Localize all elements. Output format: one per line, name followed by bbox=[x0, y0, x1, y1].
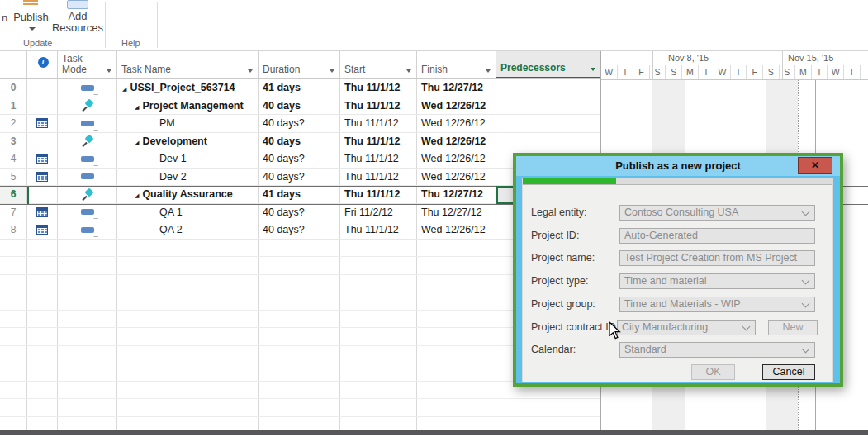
task-mode-cell[interactable] bbox=[58, 79, 117, 97]
start-cell[interactable]: Thu 11/1/12 bbox=[340, 169, 417, 186]
close-button[interactable]: ✕ bbox=[798, 157, 832, 174]
row-number[interactable]: 4 bbox=[0, 150, 27, 168]
table-row[interactable]: 2 PM 40 days? Thu 11/1/12 Wed 12/26/12 bbox=[0, 115, 600, 133]
row-number[interactable]: 1 bbox=[0, 97, 27, 115]
info-column-header[interactable] bbox=[27, 51, 58, 78]
start-cell[interactable]: Thu 11/1/12 bbox=[340, 79, 417, 97]
duration-cell[interactable]: 40 days bbox=[259, 97, 340, 115]
empty-table-row[interactable] bbox=[0, 399, 600, 417]
cancel-button[interactable]: Cancel bbox=[762, 364, 815, 380]
project-group-select[interactable]: Time and Materials - WIP bbox=[619, 297, 815, 312]
task-name-cell[interactable]: QA 1 bbox=[117, 204, 259, 221]
duration-cell[interactable]: 40 days bbox=[259, 133, 340, 150]
truncated-ribbon-button[interactable]: n bbox=[2, 12, 7, 24]
collapse-triangle-icon[interactable] bbox=[135, 100, 142, 112]
add-resources-button[interactable]: Add Resources bbox=[56, 0, 99, 48]
start-cell[interactable]: Thu 11/1/12 bbox=[340, 115, 417, 132]
new-button[interactable]: New bbox=[768, 320, 818, 335]
dialog-titlebar[interactable]: Publish as a new project bbox=[516, 156, 840, 176]
predecessors-cell[interactable] bbox=[496, 115, 600, 132]
table-row[interactable]: 7 QA 1 40 days? Fri 11/2/12 Thu 12/27/12 bbox=[0, 204, 600, 222]
finish-cell[interactable]: Thu 12/27/12 bbox=[417, 79, 496, 97]
task-name-cell[interactable]: QA 2 bbox=[117, 221, 259, 239]
empty-table-row[interactable] bbox=[0, 240, 600, 258]
empty-table-row[interactable] bbox=[0, 417, 600, 430]
task-mode-cell[interactable] bbox=[58, 97, 117, 115]
empty-table-row[interactable] bbox=[0, 363, 600, 382]
start-header[interactable]: Start bbox=[340, 51, 417, 78]
row-number[interactable]: 2 bbox=[0, 115, 27, 132]
duration-cell[interactable]: 40 days? bbox=[259, 115, 340, 132]
empty-table-row[interactable] bbox=[0, 275, 600, 293]
finish-cell[interactable]: Wed 12/26/12 bbox=[417, 97, 496, 115]
calendar-select[interactable]: Standard bbox=[619, 342, 815, 358]
start-cell[interactable]: Fri 11/2/12 bbox=[340, 204, 417, 221]
collapse-triangle-icon[interactable] bbox=[122, 82, 130, 93]
chevron-down-icon[interactable] bbox=[802, 300, 810, 308]
filter-caret-icon[interactable] bbox=[330, 69, 334, 73]
filter-caret-icon[interactable] bbox=[591, 68, 595, 71]
task-mode-cell[interactable] bbox=[58, 186, 117, 203]
row-number[interactable]: 3 bbox=[0, 133, 27, 150]
start-cell[interactable]: Thu 11/1/12 bbox=[340, 150, 417, 168]
table-row[interactable]: 8 QA 2 40 days? Thu 11/1/12 Wed 12/26/12 bbox=[0, 221, 600, 240]
start-cell[interactable]: Thu 11/1/12 bbox=[340, 186, 417, 203]
chevron-down-icon[interactable] bbox=[742, 323, 751, 331]
finish-cell[interactable]: Wed 12/26/12 bbox=[417, 150, 496, 168]
filter-caret-icon[interactable] bbox=[107, 69, 111, 73]
row-number[interactable]: 7 bbox=[0, 204, 27, 221]
chevron-down-icon[interactable] bbox=[29, 27, 36, 31]
task-name-cell[interactable]: Quality Assurance bbox=[117, 186, 259, 203]
start-cell[interactable]: Thu 11/1/12 bbox=[340, 221, 417, 239]
table-row[interactable]: 4 Dev 1 40 days? Thu 11/1/12 Wed 12/26/1… bbox=[0, 150, 600, 169]
task-name-cell[interactable]: Development bbox=[117, 133, 259, 150]
empty-table-row[interactable] bbox=[0, 346, 600, 364]
row-number[interactable]: 8 bbox=[0, 221, 27, 239]
empty-table-row[interactable] bbox=[0, 257, 600, 275]
chevron-down-icon[interactable] bbox=[802, 345, 810, 354]
start-cell[interactable]: Thu 11/1/12 bbox=[340, 97, 417, 115]
project-type-select[interactable]: Time and material bbox=[619, 273, 815, 289]
task-mode-header[interactable]: TaskMode bbox=[58, 51, 117, 78]
collapse-triangle-icon[interactable] bbox=[135, 188, 142, 200]
task-name-cell[interactable]: USSI_Project_563714 bbox=[117, 79, 259, 97]
predecessors-cell[interactable] bbox=[496, 79, 600, 97]
task-name-header[interactable]: Task Name bbox=[117, 51, 259, 78]
task-mode-cell[interactable] bbox=[58, 204, 117, 221]
filter-caret-icon[interactable] bbox=[248, 69, 253, 73]
predecessors-header[interactable]: Predecessors bbox=[496, 51, 600, 78]
row-number[interactable]: 6 bbox=[0, 186, 27, 203]
start-cell[interactable]: Thu 11/1/12 bbox=[340, 133, 417, 150]
filter-caret-icon[interactable] bbox=[406, 69, 411, 73]
predecessors-cell[interactable] bbox=[496, 133, 600, 150]
task-mode-cell[interactable] bbox=[58, 221, 117, 239]
finish-cell[interactable]: Thu 12/27/12 bbox=[417, 186, 496, 203]
finish-header[interactable]: Finish bbox=[417, 51, 496, 78]
finish-cell[interactable]: Wed 12/26/12 bbox=[417, 115, 496, 132]
project-name-input[interactable]: Test Project Creation from MS Project bbox=[619, 250, 815, 266]
table-row[interactable]: 5 Dev 2 40 days? Thu 11/1/12 Wed 12/26/1… bbox=[0, 169, 600, 187]
duration-cell[interactable]: 40 days? bbox=[259, 150, 340, 168]
task-name-cell[interactable]: Dev 2 bbox=[117, 169, 259, 186]
project-id-input[interactable]: Auto-Generated bbox=[619, 228, 815, 244]
duration-header[interactable]: Duration bbox=[259, 51, 340, 78]
empty-table-row[interactable] bbox=[0, 292, 600, 311]
duration-cell[interactable]: 41 days bbox=[259, 186, 340, 203]
duration-cell[interactable]: 40 days? bbox=[259, 221, 340, 239]
task-name-cell[interactable]: PM bbox=[117, 115, 259, 132]
chevron-down-icon[interactable] bbox=[802, 277, 810, 285]
task-name-cell[interactable]: Dev 1 bbox=[117, 150, 259, 168]
row-number[interactable]: 0 bbox=[0, 79, 27, 97]
task-mode-cell[interactable] bbox=[58, 133, 117, 150]
ok-button[interactable]: OK bbox=[691, 364, 735, 380]
duration-cell[interactable]: 40 days? bbox=[259, 204, 340, 221]
finish-cell[interactable]: Wed 12/26/12 bbox=[417, 221, 496, 239]
task-mode-cell[interactable] bbox=[58, 169, 117, 186]
duration-cell[interactable]: 40 days? bbox=[259, 169, 340, 186]
table-row[interactable]: 1 Project Management 40 days Thu 11/1/12… bbox=[0, 97, 600, 116]
task-mode-cell[interactable] bbox=[58, 115, 117, 132]
finish-cell[interactable]: Wed 12/26/12 bbox=[417, 133, 496, 150]
duration-cell[interactable]: 41 days bbox=[259, 79, 340, 97]
finish-cell[interactable]: Wed 12/26/12 bbox=[417, 169, 496, 186]
legal-entity-select[interactable]: Contoso Consulting USA bbox=[619, 205, 815, 221]
